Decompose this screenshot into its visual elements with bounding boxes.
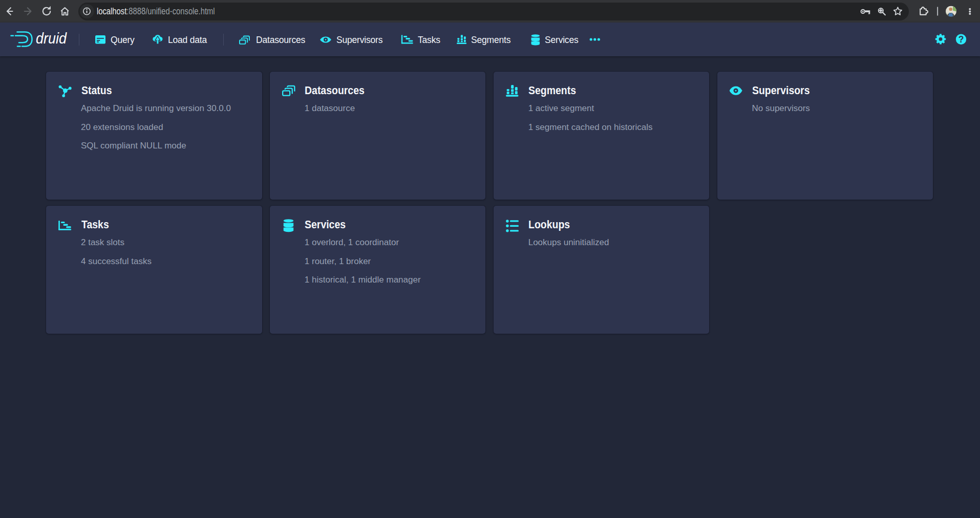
svg-text:?: ? <box>958 34 964 45</box>
